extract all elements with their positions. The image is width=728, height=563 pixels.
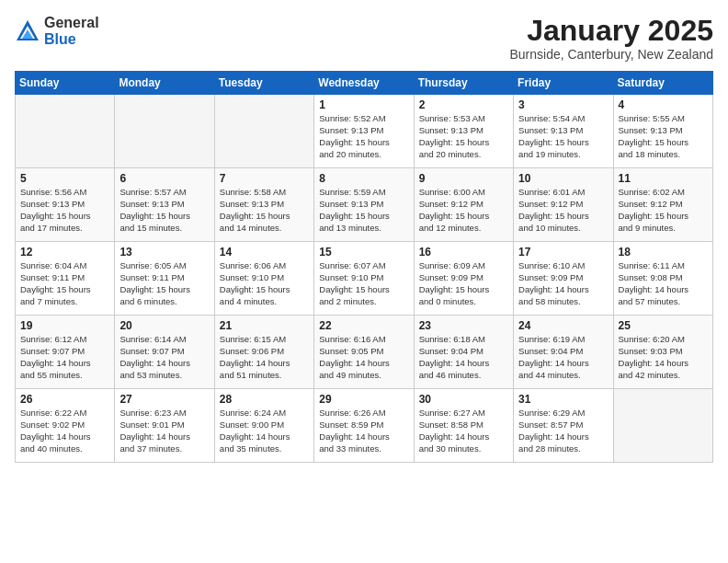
table-row: 27Sunrise: 6:23 AM Sunset: 9:01 PM Dayli… bbox=[115, 389, 214, 463]
day-number: 26 bbox=[20, 393, 109, 406]
day-number: 9 bbox=[419, 172, 508, 185]
day-info: Sunrise: 6:06 AM Sunset: 9:10 PM Dayligh… bbox=[220, 260, 309, 307]
calendar-table: Sunday Monday Tuesday Wednesday Thursday… bbox=[15, 71, 713, 463]
table-row: 7Sunrise: 5:58 AM Sunset: 9:13 PM Daylig… bbox=[214, 168, 313, 242]
table-row: 11Sunrise: 6:02 AM Sunset: 9:12 PM Dayli… bbox=[613, 168, 712, 242]
day-info: Sunrise: 6:22 AM Sunset: 9:02 PM Dayligh… bbox=[20, 408, 109, 454]
table-row: 3Sunrise: 5:54 AM Sunset: 9:13 PM Daylig… bbox=[514, 95, 613, 168]
day-number: 15 bbox=[319, 246, 408, 259]
logo-general-text: General bbox=[44, 15, 99, 31]
day-info: Sunrise: 6:10 AM Sunset: 9:09 PM Dayligh… bbox=[518, 260, 608, 307]
day-info: Sunrise: 6:09 AM Sunset: 9:09 PM Dayligh… bbox=[419, 260, 508, 307]
day-number: 23 bbox=[419, 319, 508, 332]
day-number: 20 bbox=[119, 319, 209, 332]
day-number: 21 bbox=[220, 319, 309, 332]
table-row: 25Sunrise: 6:20 AM Sunset: 9:03 PM Dayli… bbox=[613, 316, 712, 389]
day-info: Sunrise: 5:53 AM Sunset: 9:13 PM Dayligh… bbox=[419, 113, 508, 160]
day-info: Sunrise: 6:23 AM Sunset: 9:01 PM Dayligh… bbox=[119, 408, 209, 454]
header-friday: Friday bbox=[514, 72, 613, 95]
day-info: Sunrise: 6:11 AM Sunset: 9:08 PM Dayligh… bbox=[619, 260, 708, 307]
logo-blue-text: Blue bbox=[44, 31, 99, 48]
day-number: 17 bbox=[518, 246, 608, 259]
day-number: 22 bbox=[319, 319, 408, 332]
day-number: 28 bbox=[220, 393, 309, 406]
day-info: Sunrise: 6:12 AM Sunset: 9:07 PM Dayligh… bbox=[20, 334, 109, 381]
calendar-subtitle: Burnside, Canterbury, New Zealand bbox=[509, 47, 713, 62]
day-info: Sunrise: 5:52 AM Sunset: 9:13 PM Dayligh… bbox=[319, 113, 408, 160]
day-number: 3 bbox=[518, 98, 608, 111]
day-number: 6 bbox=[119, 172, 209, 185]
table-row: 4Sunrise: 5:55 AM Sunset: 9:13 PM Daylig… bbox=[613, 95, 712, 168]
day-number: 24 bbox=[518, 319, 608, 332]
logo-text: General Blue bbox=[44, 15, 99, 47]
day-number: 8 bbox=[319, 172, 408, 185]
day-number: 2 bbox=[419, 98, 508, 111]
header: General Blue January 2025 Burnside, Cant… bbox=[15, 15, 713, 62]
day-number: 7 bbox=[220, 172, 309, 185]
day-info: Sunrise: 6:14 AM Sunset: 9:07 PM Dayligh… bbox=[119, 334, 209, 381]
table-row bbox=[613, 389, 712, 463]
title-area: January 2025 Burnside, Canterbury, New Z… bbox=[509, 15, 713, 62]
table-row: 6Sunrise: 5:57 AM Sunset: 9:13 PM Daylig… bbox=[115, 168, 214, 242]
table-row bbox=[115, 95, 214, 168]
table-row: 30Sunrise: 6:27 AM Sunset: 8:58 PM Dayli… bbox=[414, 389, 513, 463]
table-row: 19Sunrise: 6:12 AM Sunset: 9:07 PM Dayli… bbox=[16, 316, 115, 389]
day-info: Sunrise: 5:57 AM Sunset: 9:13 PM Dayligh… bbox=[119, 187, 209, 234]
day-number: 5 bbox=[20, 172, 109, 185]
day-info: Sunrise: 5:56 AM Sunset: 9:13 PM Dayligh… bbox=[20, 187, 109, 234]
day-info: Sunrise: 6:27 AM Sunset: 8:58 PM Dayligh… bbox=[419, 408, 508, 454]
calendar-week-row: 12Sunrise: 6:04 AM Sunset: 9:11 PM Dayli… bbox=[16, 242, 713, 316]
table-row: 8Sunrise: 5:59 AM Sunset: 9:13 PM Daylig… bbox=[314, 168, 414, 242]
day-number: 30 bbox=[419, 393, 508, 406]
day-info: Sunrise: 6:07 AM Sunset: 9:10 PM Dayligh… bbox=[319, 260, 408, 307]
day-info: Sunrise: 5:54 AM Sunset: 9:13 PM Dayligh… bbox=[518, 113, 608, 160]
day-number: 18 bbox=[619, 246, 708, 259]
header-thursday: Thursday bbox=[414, 72, 513, 95]
header-tuesday: Tuesday bbox=[214, 72, 313, 95]
day-info: Sunrise: 5:58 AM Sunset: 9:13 PM Dayligh… bbox=[220, 187, 309, 234]
table-row: 13Sunrise: 6:05 AM Sunset: 9:11 PM Dayli… bbox=[115, 242, 214, 316]
day-number: 1 bbox=[319, 98, 408, 111]
table-row: 28Sunrise: 6:24 AM Sunset: 9:00 PM Dayli… bbox=[214, 389, 313, 463]
table-row: 22Sunrise: 6:16 AM Sunset: 9:05 PM Dayli… bbox=[314, 316, 414, 389]
table-row: 16Sunrise: 6:09 AM Sunset: 9:09 PM Dayli… bbox=[414, 242, 513, 316]
day-number: 19 bbox=[20, 319, 109, 332]
day-number: 11 bbox=[619, 172, 708, 185]
day-number: 29 bbox=[319, 393, 408, 406]
calendar-week-row: 5Sunrise: 5:56 AM Sunset: 9:13 PM Daylig… bbox=[16, 168, 713, 242]
table-row: 10Sunrise: 6:01 AM Sunset: 9:12 PM Dayli… bbox=[514, 168, 613, 242]
day-info: Sunrise: 6:29 AM Sunset: 8:57 PM Dayligh… bbox=[518, 408, 608, 454]
day-number: 13 bbox=[119, 246, 209, 259]
table-row bbox=[16, 95, 115, 168]
logo-icon bbox=[15, 18, 40, 44]
table-row: 5Sunrise: 5:56 AM Sunset: 9:13 PM Daylig… bbox=[16, 168, 115, 242]
header-sunday: Sunday bbox=[16, 72, 115, 95]
day-info: Sunrise: 6:15 AM Sunset: 9:06 PM Dayligh… bbox=[220, 334, 309, 381]
day-number: 25 bbox=[619, 319, 708, 332]
day-info: Sunrise: 5:59 AM Sunset: 9:13 PM Dayligh… bbox=[319, 187, 408, 234]
table-row: 17Sunrise: 6:10 AM Sunset: 9:09 PM Dayli… bbox=[514, 242, 613, 316]
day-info: Sunrise: 6:16 AM Sunset: 9:05 PM Dayligh… bbox=[319, 334, 408, 381]
day-info: Sunrise: 6:26 AM Sunset: 8:59 PM Dayligh… bbox=[319, 408, 408, 454]
table-row: 24Sunrise: 6:19 AM Sunset: 9:04 PM Dayli… bbox=[514, 316, 613, 389]
day-info: Sunrise: 6:05 AM Sunset: 9:11 PM Dayligh… bbox=[119, 260, 209, 307]
calendar-page: General Blue January 2025 Burnside, Cant… bbox=[0, 0, 728, 472]
logo: General Blue bbox=[15, 15, 99, 47]
day-info: Sunrise: 6:01 AM Sunset: 9:12 PM Dayligh… bbox=[518, 187, 608, 234]
table-row: 15Sunrise: 6:07 AM Sunset: 9:10 PM Dayli… bbox=[314, 242, 414, 316]
table-row: 23Sunrise: 6:18 AM Sunset: 9:04 PM Dayli… bbox=[414, 316, 513, 389]
calendar-title: January 2025 bbox=[509, 15, 713, 47]
day-number: 27 bbox=[119, 393, 209, 406]
day-number: 10 bbox=[518, 172, 608, 185]
table-row: 29Sunrise: 6:26 AM Sunset: 8:59 PM Dayli… bbox=[314, 389, 414, 463]
header-wednesday: Wednesday bbox=[314, 72, 414, 95]
table-row bbox=[214, 95, 313, 168]
day-info: Sunrise: 6:18 AM Sunset: 9:04 PM Dayligh… bbox=[419, 334, 508, 381]
table-row: 21Sunrise: 6:15 AM Sunset: 9:06 PM Dayli… bbox=[214, 316, 313, 389]
day-number: 4 bbox=[619, 98, 708, 111]
table-row: 26Sunrise: 6:22 AM Sunset: 9:02 PM Dayli… bbox=[16, 389, 115, 463]
calendar-week-row: 19Sunrise: 6:12 AM Sunset: 9:07 PM Dayli… bbox=[16, 316, 713, 389]
day-number: 14 bbox=[220, 246, 309, 259]
table-row: 1Sunrise: 5:52 AM Sunset: 9:13 PM Daylig… bbox=[314, 95, 414, 168]
day-info: Sunrise: 6:00 AM Sunset: 9:12 PM Dayligh… bbox=[419, 187, 508, 234]
